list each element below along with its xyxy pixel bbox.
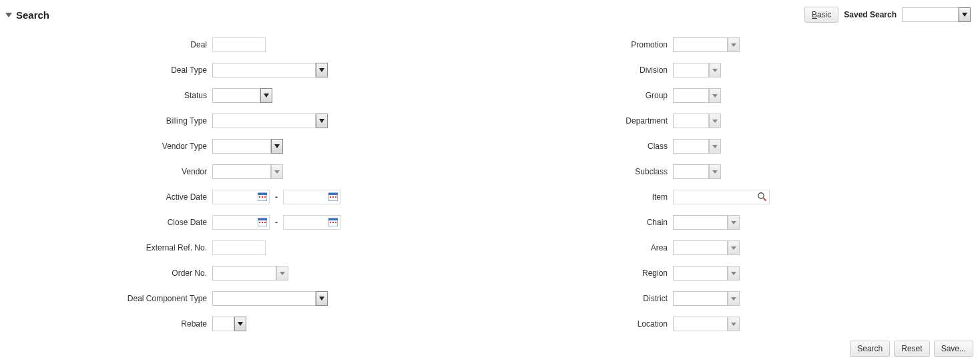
svg-rect-17 (259, 222, 260, 223)
deal-type-dropdown-button[interactable] (316, 63, 328, 77)
rebate-input[interactable] (212, 317, 234, 331)
chevron-down-icon (712, 170, 718, 174)
district-input[interactable] (673, 291, 728, 306)
deal-component-type-label: Deal Component Type (5, 294, 212, 303)
chevron-down-icon (274, 144, 280, 148)
svg-rect-7 (259, 196, 260, 198)
chevron-down-icon (731, 297, 736, 301)
deal-component-type-dropdown-button[interactable] (316, 291, 328, 306)
department-input[interactable] (673, 114, 709, 128)
chevron-down-icon (731, 272, 736, 275)
area-input[interactable] (673, 240, 728, 255)
chevron-down-icon (319, 119, 324, 123)
search-button[interactable]: Search (850, 341, 890, 357)
vendor-type-dropdown-button[interactable] (271, 139, 283, 154)
external-ref-input[interactable] (212, 240, 266, 255)
deal-label: Deal (5, 40, 212, 49)
chain-input[interactable] (673, 215, 728, 230)
svg-rect-14 (335, 196, 336, 198)
subclass-input[interactable] (673, 164, 709, 179)
calendar-icon[interactable] (258, 192, 267, 201)
svg-rect-8 (262, 196, 263, 198)
item-input[interactable] (673, 190, 770, 204)
vendor-type-label: Vendor Type (5, 142, 212, 151)
svg-marker-25 (319, 297, 324, 301)
deal-input[interactable] (212, 37, 266, 52)
svg-rect-6 (258, 193, 267, 195)
vendor-input[interactable] (212, 164, 271, 179)
chevron-down-icon (264, 94, 269, 98)
svg-rect-9 (264, 196, 266, 198)
svg-rect-16 (258, 218, 267, 220)
status-label: Status (5, 91, 212, 100)
promotion-lov-button[interactable] (728, 37, 740, 52)
chevron-down-icon (238, 322, 243, 326)
division-input[interactable] (673, 63, 709, 77)
subclass-lov-button[interactable] (709, 164, 721, 179)
vendor-lov-button[interactable] (271, 164, 283, 179)
saved-search-label: Saved Search (844, 10, 897, 19)
status-input[interactable] (212, 88, 260, 103)
chain-lov-button[interactable] (728, 215, 740, 230)
calendar-icon[interactable] (258, 217, 267, 226)
rebate-dropdown-button[interactable] (234, 317, 246, 331)
basic-suffix: asic (817, 10, 831, 19)
search-icon[interactable] (757, 192, 767, 202)
svg-rect-11 (328, 193, 338, 195)
chain-label: Chain (473, 218, 673, 227)
vendor-type-input[interactable] (212, 139, 271, 154)
chevron-down-icon (731, 221, 736, 224)
order-no-input[interactable] (212, 266, 276, 281)
subclass-label: Subclass (473, 167, 673, 176)
location-lov-button[interactable] (728, 317, 740, 331)
item-label: Item (473, 192, 673, 202)
svg-marker-1 (319, 68, 324, 72)
calendar-icon[interactable] (328, 192, 338, 201)
svg-marker-4 (274, 144, 280, 148)
basic-button[interactable]: Basic (804, 7, 838, 23)
external-ref-label: External Ref. No. (5, 243, 212, 252)
svg-rect-18 (262, 222, 263, 223)
group-input[interactable] (673, 88, 709, 103)
chevron-down-icon (319, 68, 324, 72)
region-lov-button[interactable] (728, 266, 740, 281)
svg-line-28 (764, 198, 766, 201)
svg-rect-12 (330, 196, 331, 198)
calendar-icon[interactable] (328, 217, 338, 226)
deal-type-input[interactable] (212, 63, 316, 77)
status-dropdown-button[interactable] (260, 88, 272, 103)
chevron-down-icon (712, 94, 718, 98)
collapse-icon[interactable] (5, 13, 12, 17)
promotion-input[interactable] (673, 37, 728, 52)
svg-marker-2 (264, 94, 269, 98)
footer-buttons: Search Reset Save... (850, 341, 973, 357)
chevron-down-icon (962, 13, 967, 17)
class-input[interactable] (673, 139, 709, 154)
location-input[interactable] (673, 317, 728, 331)
department-lov-button[interactable] (709, 114, 721, 128)
reset-button[interactable]: Reset (894, 341, 929, 357)
order-no-lov-button[interactable] (276, 266, 288, 281)
active-date-label: Active Date (5, 192, 212, 202)
division-lov-button[interactable] (709, 63, 721, 77)
group-lov-button[interactable] (709, 88, 721, 103)
class-label: Class (473, 142, 673, 151)
billing-type-label: Billing Type (5, 116, 212, 126)
save-button[interactable]: Save... (934, 341, 973, 357)
svg-rect-24 (335, 222, 336, 223)
region-input[interactable] (673, 266, 728, 281)
class-lov-button[interactable] (709, 139, 721, 154)
area-lov-button[interactable] (728, 240, 740, 255)
billing-type-dropdown-button[interactable] (316, 114, 328, 128)
right-column: Promotion Division Gro (473, 32, 940, 337)
chevron-down-icon (712, 145, 718, 148)
district-lov-button[interactable] (728, 291, 740, 306)
chevron-down-icon (274, 170, 280, 174)
saved-search-dropdown-button[interactable] (959, 7, 971, 22)
billing-type-input[interactable] (212, 114, 316, 128)
saved-search-input[interactable] (902, 7, 959, 22)
vendor-label: Vendor (5, 167, 212, 176)
svg-rect-23 (332, 222, 334, 223)
deal-component-type-input[interactable] (212, 291, 316, 306)
deal-type-label: Deal Type (5, 65, 212, 75)
